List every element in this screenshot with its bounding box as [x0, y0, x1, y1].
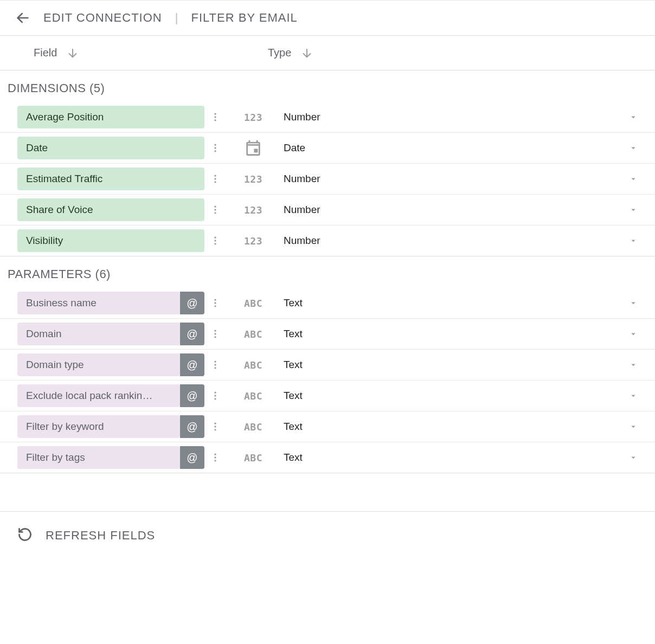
- type-dropdown-button[interactable]: [622, 360, 655, 370]
- dimension-row: Visibility123Number: [0, 226, 655, 256]
- text-type-icon: ABC: [244, 359, 262, 371]
- caret-down-icon: [628, 112, 638, 122]
- at-badge[interactable]: @: [180, 353, 204, 376]
- more-options-button[interactable]: [204, 328, 226, 340]
- parameter-chip[interactable]: Business name: [17, 292, 180, 314]
- more-options-button[interactable]: [204, 204, 226, 216]
- svg-point-27: [214, 367, 216, 369]
- at-badge[interactable]: @: [180, 415, 204, 438]
- type-dropdown-button[interactable]: [622, 112, 655, 122]
- type-icon: 123: [226, 204, 280, 216]
- type-icon: ABC: [226, 298, 280, 309]
- svg-point-5: [214, 119, 216, 121]
- more-options-button[interactable]: [204, 452, 226, 463]
- parameter-chip[interactable]: Filter by keyword: [17, 415, 180, 438]
- refresh-icon: [17, 527, 33, 542]
- at-badge[interactable]: @: [180, 446, 204, 469]
- caret-down-icon: [628, 205, 638, 215]
- caret-down-icon: [628, 391, 638, 401]
- edit-connection-link[interactable]: EDIT CONNECTION: [43, 11, 162, 25]
- type-dropdown-button[interactable]: [622, 329, 655, 339]
- type-dropdown-button[interactable]: [622, 174, 655, 184]
- type-icon: 123: [226, 173, 280, 185]
- more-options-button[interactable]: [204, 235, 226, 247]
- at-badge[interactable]: @: [180, 384, 204, 407]
- type-label: Text: [280, 390, 622, 402]
- caret-down-icon: [628, 174, 638, 184]
- more-vertical-icon: [210, 235, 221, 247]
- breadcrumb-bar: EDIT CONNECTION | FILTER BY EMAIL: [0, 0, 655, 36]
- text-type-icon: ABC: [244, 329, 262, 340]
- more-vertical-icon: [210, 359, 221, 371]
- more-options-button[interactable]: [204, 359, 226, 371]
- svg-point-15: [214, 212, 216, 214]
- at-badge[interactable]: @: [180, 292, 204, 314]
- more-vertical-icon: [210, 204, 221, 216]
- at-badge[interactable]: @: [180, 323, 204, 345]
- more-options-button[interactable]: [204, 173, 226, 185]
- type-label: Text: [280, 452, 622, 463]
- parameter-chip[interactable]: Domain type: [17, 353, 180, 376]
- dimension-row: Estimated Traffic123Number: [0, 164, 655, 195]
- type-dropdown-button[interactable]: [622, 298, 655, 308]
- dimension-chip[interactable]: Visibility: [17, 229, 204, 252]
- svg-point-12: [214, 181, 216, 183]
- svg-point-28: [214, 392, 216, 394]
- parameter-chip[interactable]: Filter by tags: [17, 446, 180, 469]
- svg-point-26: [214, 364, 216, 365]
- dimension-chip[interactable]: Date: [17, 137, 204, 159]
- caret-down-icon: [628, 329, 638, 339]
- parameter-chip[interactable]: Exclude local pack rankin…: [17, 384, 180, 407]
- svg-point-19: [214, 299, 216, 301]
- svg-point-29: [214, 395, 216, 396]
- refresh-fields-button[interactable]: [17, 527, 33, 544]
- type-icon: 123: [226, 235, 280, 247]
- parameters-list: Business name@ABCTextDomain@ABCTextDomai…: [0, 288, 655, 473]
- dimension-chip[interactable]: Average Position: [17, 106, 204, 128]
- column-header-field[interactable]: Field: [34, 47, 268, 59]
- type-dropdown-button[interactable]: [622, 422, 655, 432]
- dimension-chip[interactable]: Share of Voice: [17, 198, 204, 221]
- caret-down-icon: [628, 143, 638, 153]
- svg-point-16: [214, 237, 216, 239]
- type-label: Number: [280, 111, 622, 123]
- column-header-row: Field Type: [0, 36, 655, 70]
- type-dropdown-button[interactable]: [622, 453, 655, 462]
- caret-down-icon: [628, 360, 638, 370]
- dimension-row: Share of Voice123Number: [0, 195, 655, 226]
- parameter-chip-wrap: Filter by keyword@: [17, 415, 204, 438]
- more-options-button[interactable]: [204, 142, 226, 154]
- type-dropdown-button[interactable]: [622, 205, 655, 215]
- caret-down-icon: [628, 236, 638, 246]
- type-dropdown-button[interactable]: [622, 236, 655, 246]
- footer-bar: REFRESH FIELDS: [0, 511, 655, 559]
- number-type-icon: 123: [244, 204, 262, 216]
- more-vertical-icon: [210, 328, 221, 340]
- svg-point-35: [214, 456, 216, 458]
- dimension-chip[interactable]: Estimated Traffic: [17, 168, 204, 190]
- type-label: Text: [280, 328, 622, 340]
- caret-down-icon: [628, 422, 638, 432]
- parameter-row: Filter by tags@ABCText: [0, 442, 655, 473]
- parameters-section-header: PARAMETERS (6): [0, 256, 655, 288]
- type-icon: 123: [226, 112, 280, 123]
- svg-point-4: [214, 116, 216, 118]
- more-options-button[interactable]: [204, 111, 226, 123]
- parameter-row: Exclude local pack rankin…@ABCText: [0, 381, 655, 411]
- more-options-button[interactable]: [204, 297, 226, 309]
- parameter-chip[interactable]: Domain: [17, 323, 180, 345]
- more-options-button[interactable]: [204, 421, 226, 433]
- type-dropdown-button[interactable]: [622, 143, 655, 153]
- more-vertical-icon: [210, 421, 221, 433]
- type-label: Text: [280, 421, 622, 433]
- refresh-fields-label[interactable]: REFRESH FIELDS: [46, 529, 155, 543]
- more-options-button[interactable]: [204, 390, 226, 402]
- column-header-type[interactable]: Type: [268, 47, 313, 59]
- back-arrow-button[interactable]: [15, 10, 30, 25]
- dimensions-list: Average Position123NumberDateDateEstimat…: [0, 102, 655, 256]
- svg-point-20: [214, 302, 216, 304]
- type-icon: ABC: [226, 421, 280, 433]
- type-dropdown-button[interactable]: [622, 391, 655, 401]
- svg-point-22: [214, 330, 216, 332]
- svg-rect-9: [254, 149, 258, 152]
